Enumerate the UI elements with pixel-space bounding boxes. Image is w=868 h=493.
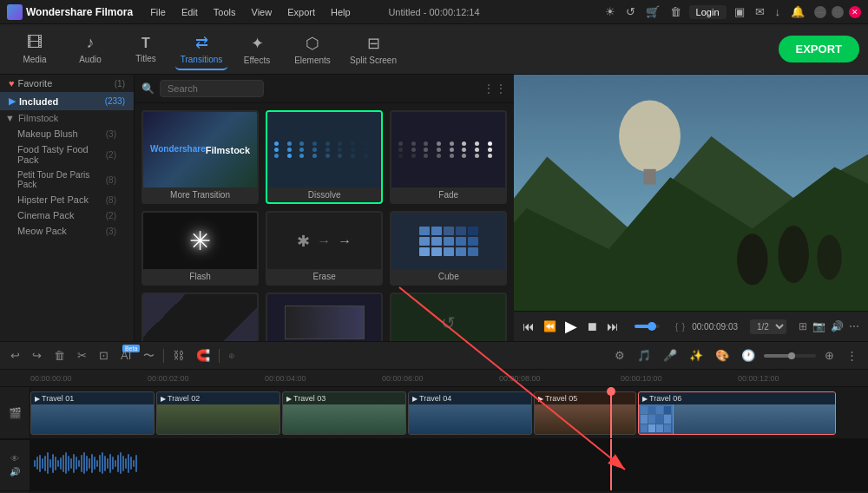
bracket-controls: { } bbox=[675, 321, 685, 332]
clip-travel06[interactable]: ▶ Travel 06 bbox=[638, 391, 836, 435]
cut-button[interactable]: ✂ bbox=[74, 347, 90, 364]
main-wrapper: ♥ Favorite (1) ▶ Included (233) ▼ Filmst… bbox=[0, 75, 868, 493]
camera-icon[interactable]: 📷 bbox=[812, 320, 825, 332]
screen-size-icon[interactable]: ⊞ bbox=[799, 320, 807, 332]
makeup-count: (3) bbox=[106, 129, 116, 139]
color-icon[interactable]: 🎨 bbox=[712, 347, 733, 364]
crop-button[interactable]: ⊡ bbox=[95, 347, 112, 364]
clip-travel01[interactable]: ▶ Travel 01 bbox=[30, 391, 155, 435]
volume-icon[interactable]: 🔊 bbox=[831, 320, 844, 332]
ruler-0: 00:00:00:00 bbox=[30, 374, 72, 383]
toolbar-titles[interactable]: T Titles bbox=[120, 29, 172, 70]
clip-travel02-header: ▶ Travel 02 bbox=[157, 392, 279, 404]
sidebar-item-hipster[interactable]: Hipster Pet Pack (8) bbox=[0, 192, 134, 207]
magnet-button[interactable]: 🧲 bbox=[193, 347, 214, 364]
bracket-right[interactable]: } bbox=[681, 321, 685, 332]
sidebar-item-paris[interactable]: Petit Tour De Paris Pack (8) bbox=[0, 168, 134, 192]
menu-file[interactable]: File bbox=[143, 5, 173, 19]
clip-travel06-thumb bbox=[639, 404, 835, 434]
zoom-slider[interactable] bbox=[764, 354, 816, 358]
titlebar: Wondershare Filmora File Edit Tools View… bbox=[0, 0, 868, 24]
toolbar-transitions[interactable]: ⇄ Transitions bbox=[175, 29, 227, 70]
sidebar-item-cinema[interactable]: Cinema Pack (2) bbox=[0, 207, 134, 223]
menu-tools[interactable]: Tools bbox=[207, 5, 243, 19]
progress-thumb bbox=[648, 322, 656, 331]
audio-playhead bbox=[610, 439, 612, 490]
cart-icon[interactable]: 🛒 bbox=[643, 3, 662, 20]
sidebar-group-filmstock[interactable]: ▼ Filmstock bbox=[0, 110, 134, 126]
transition-dissolve[interactable]: Dissolve bbox=[266, 110, 383, 204]
toolbar-elements[interactable]: ⬡ Elements bbox=[286, 29, 339, 70]
clip-travel05[interactable]: ▶ Travel 05 bbox=[534, 391, 636, 435]
stop-button[interactable]: ⏹ bbox=[586, 319, 598, 333]
menu-export[interactable]: Export bbox=[280, 5, 322, 19]
sun-icon[interactable]: ☀ bbox=[602, 3, 618, 20]
more-options-icon[interactable]: ⋯ bbox=[849, 320, 859, 332]
close-button[interactable]: ✕ bbox=[849, 6, 861, 18]
effects2-icon[interactable]: ✨ bbox=[686, 347, 707, 364]
export-button[interactable]: EXPORT bbox=[779, 36, 859, 62]
transition-grid-scroll[interactable]: Wondershare Filmstock More Transition bbox=[135, 103, 514, 341]
minimize-button[interactable]: — bbox=[814, 6, 826, 18]
transition-grid: Wondershare Filmstock More Transition bbox=[141, 110, 507, 341]
voice-icon[interactable]: 🎤 bbox=[660, 347, 681, 364]
transition-fade[interactable]: Fade bbox=[390, 110, 507, 204]
clock-icon[interactable]: 🕐 bbox=[738, 347, 759, 364]
sidebar-item-meow[interactable]: Meow Pack (3) bbox=[0, 223, 134, 239]
clip-travel04[interactable]: ▶ Travel 04 bbox=[408, 391, 532, 435]
playhead[interactable] bbox=[610, 387, 612, 438]
progress-bar[interactable] bbox=[635, 325, 660, 328]
redo-button[interactable]: ↪ bbox=[29, 347, 45, 364]
transition-partial3[interactable]: ↺ bbox=[390, 293, 507, 341]
sidebar-item-makeup[interactable]: Makeup Blush (3) bbox=[0, 126, 134, 141]
transition-partial1[interactable] bbox=[141, 293, 259, 341]
undo-button[interactable]: ↩ bbox=[7, 347, 23, 364]
play-button[interactable]: ▶ bbox=[565, 317, 577, 336]
transition-partial2[interactable] bbox=[266, 293, 383, 341]
clip-travel03[interactable]: ▶ Travel 03 bbox=[282, 391, 406, 435]
settings-icon[interactable]: ⚙ bbox=[611, 347, 628, 364]
sidebar-item-food[interactable]: Food Tasty Food Pack (2) bbox=[0, 141, 134, 168]
bracket-left[interactable]: { bbox=[675, 321, 679, 332]
bell-icon[interactable]: 🔔 bbox=[788, 3, 807, 20]
tray-icons: ☀ ↺ 🛒 🗑 Login ▣ ✉ ↓ 🔔 bbox=[602, 3, 807, 20]
sidebar-item-included[interactable]: ▶ Included (233) bbox=[0, 92, 134, 110]
toolbar-media[interactable]: 🎞 Media bbox=[9, 29, 61, 70]
clip-travel02[interactable]: ▶ Travel 02 bbox=[156, 391, 280, 435]
timeline-more-button[interactable]: ⋮ bbox=[843, 347, 861, 364]
login-btn[interactable]: Login bbox=[689, 5, 727, 19]
mail-icon[interactable]: ✉ bbox=[753, 3, 767, 20]
transition-flash[interactable]: ✳ Flash bbox=[141, 211, 259, 286]
app-logo-icon bbox=[7, 4, 23, 20]
trash-icon[interactable]: 🗑 bbox=[667, 3, 684, 20]
ratio-select[interactable]: 1/2 1/1 1/4 bbox=[750, 319, 786, 334]
cinema-count: (2) bbox=[106, 211, 116, 220]
menu-view[interactable]: View bbox=[245, 5, 279, 19]
transition-cube[interactable]: Cube bbox=[390, 211, 507, 286]
delete-button[interactable]: 🗑 bbox=[50, 347, 69, 364]
toolbar-split-screen[interactable]: ⊟ Split Screen bbox=[342, 29, 404, 70]
skip-forward-button[interactable]: ⏭ bbox=[607, 319, 619, 333]
sidebar-item-favorite[interactable]: ♥ Favorite (1) bbox=[0, 75, 134, 92]
clip-link-button[interactable]: ⛓ bbox=[169, 347, 187, 364]
maximize-button[interactable]: □ bbox=[832, 6, 844, 18]
track-audio-icon[interactable]: 🔊 bbox=[10, 467, 20, 477]
grid-view-icon[interactable]: ⋮⋮ bbox=[483, 82, 507, 95]
toolbar-effects[interactable]: ✦ Effects bbox=[231, 29, 283, 70]
menu-edit[interactable]: Edit bbox=[174, 5, 205, 19]
search-input[interactable] bbox=[160, 80, 264, 97]
waveform-button[interactable]: 〜 bbox=[140, 346, 158, 365]
ai-button[interactable]: AIBeta bbox=[117, 347, 135, 364]
refresh-icon[interactable]: ↺ bbox=[623, 3, 638, 20]
transition-more[interactable]: Wondershare Filmstock More Transition bbox=[141, 110, 259, 204]
audio-settings-icon[interactable]: 🎵 bbox=[634, 347, 654, 364]
download-icon[interactable]: ↓ bbox=[773, 3, 784, 20]
step-back-button[interactable]: ⏪ bbox=[543, 320, 556, 332]
track-eye-icon[interactable]: 👁 bbox=[10, 454, 19, 463]
toolbar-audio[interactable]: ♪ Audio bbox=[64, 29, 116, 70]
skip-back-button[interactable]: ⏮ bbox=[523, 319, 535, 333]
screen-icon[interactable]: ▣ bbox=[732, 3, 747, 20]
menu-help[interactable]: Help bbox=[324, 5, 358, 19]
add-track-button[interactable]: ⊕ bbox=[821, 347, 838, 364]
transition-erase[interactable]: ✱ → → Erase bbox=[266, 211, 383, 286]
